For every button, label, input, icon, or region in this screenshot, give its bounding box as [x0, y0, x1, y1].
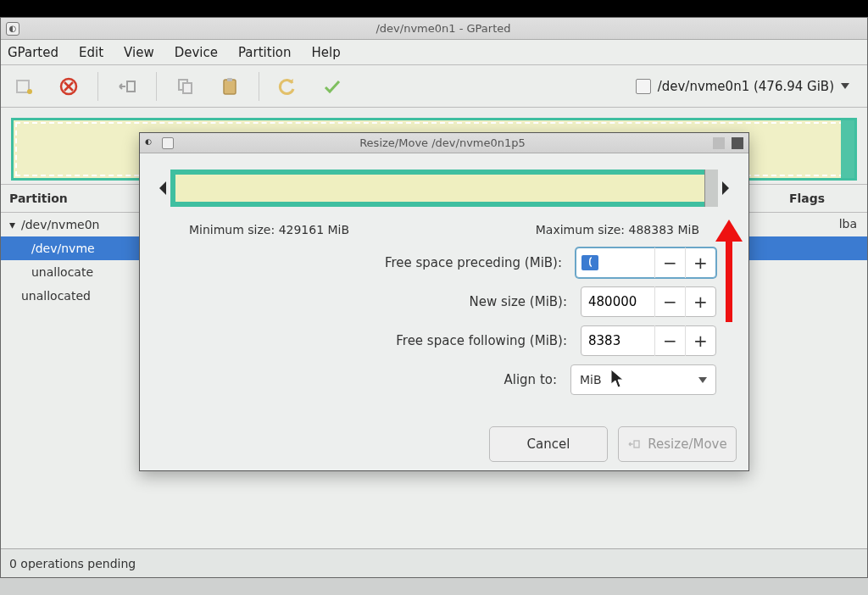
free-following-label: Free space following (MiB): [257, 333, 581, 348]
menu-device[interactable]: Device [175, 45, 218, 60]
svg-rect-8 [224, 80, 236, 94]
free-preceding-spinner[interactable]: − + [576, 247, 716, 278]
partition-name: /dev/nvme [21, 242, 95, 255]
dialog-title: Resize/Move /dev/nvme0n1p5 [179, 136, 706, 149]
dialog-titlebar[interactable]: ◐ Resize/Move /dev/nvme0n1p5 [140, 133, 748, 153]
increment-button[interactable]: + [685, 286, 715, 317]
system-menu-icon[interactable]: ◐ [6, 22, 19, 36]
new-partition-button[interactable] [9, 71, 40, 102]
flags-value: lba [839, 217, 857, 231]
partition-name: unallocate [21, 265, 93, 279]
align-to-combo[interactable]: MiB [570, 364, 716, 395]
resize-handle-left[interactable] [155, 181, 170, 196]
resize-move-button[interactable] [112, 71, 142, 102]
desktop-edge [0, 0, 868, 17]
svg-rect-5 [127, 81, 135, 92]
dialog-app-icon [162, 137, 174, 149]
new-size-label: New size (MiB): [257, 294, 581, 309]
toolbar: /dev/nvme0n1 (476.94 GiB) [1, 65, 867, 108]
increment-button[interactable]: + [685, 247, 715, 278]
resize-icon [627, 437, 641, 451]
svg-point-1 [27, 89, 32, 94]
free-preceding-label: Free space preceding (MiB): [257, 255, 576, 270]
system-menu-icon[interactable]: ◐ [145, 137, 157, 149]
swap-partition-block[interactable] [841, 120, 854, 178]
minimum-size-label: Minimum size: 429161 MiB [189, 223, 349, 236]
copy-button[interactable] [170, 71, 201, 102]
svg-rect-10 [634, 441, 639, 448]
resize-graph[interactable] [170, 170, 718, 207]
device-selector-label: /dev/nvme0n1 (476.94 GiB) [658, 79, 834, 94]
device-selector[interactable]: /dev/nvme0n1 (476.94 GiB) [626, 73, 859, 100]
status-text: 0 operations pending [9, 557, 136, 570]
free-following-spinner[interactable]: − + [581, 325, 716, 356]
tree-expander-icon[interactable]: ▾ [9, 218, 21, 231]
disk-icon [636, 79, 651, 94]
maximize-icon[interactable] [732, 137, 743, 149]
menu-help[interactable]: Help [312, 45, 341, 60]
main-titlebar[interactable]: ◐ /dev/nvme0n1 - GParted [1, 18, 867, 40]
decrement-button[interactable]: − [654, 247, 685, 278]
paste-button[interactable] [214, 71, 245, 102]
free-preceding-input[interactable] [581, 255, 598, 270]
align-to-label: Align to: [257, 372, 570, 387]
new-size-input[interactable] [581, 294, 654, 309]
minimize-icon[interactable] [713, 137, 725, 149]
free-following-input[interactable] [581, 333, 654, 348]
free-following-block[interactable] [704, 170, 718, 207]
menu-edit[interactable]: Edit [79, 45, 103, 60]
undo-button[interactable] [273, 71, 303, 102]
statusbar: 0 operations pending [1, 548, 867, 577]
menubar: GParted Edit View Device Partition Help [1, 40, 867, 65]
delete-partition-button[interactable] [53, 71, 84, 102]
cancel-button[interactable]: Cancel [489, 426, 608, 462]
chevron-down-icon [698, 377, 707, 383]
decrement-button[interactable]: − [654, 325, 685, 356]
align-to-value: MiB [580, 373, 602, 386]
resize-move-confirm-button[interactable]: Resize/Move [618, 426, 737, 462]
increment-button[interactable]: + [685, 325, 715, 356]
main-window-title: /dev/nvme0n1 - GParted [25, 22, 862, 35]
decrement-button[interactable]: − [654, 286, 685, 317]
chevron-down-icon [841, 83, 849, 89]
new-size-spinner[interactable]: − + [581, 286, 716, 317]
menu-view[interactable]: View [124, 45, 154, 60]
svg-rect-7 [183, 83, 192, 93]
maximum-size-label: Maximum size: 488383 MiB [536, 223, 699, 236]
resize-handle-right[interactable] [718, 181, 733, 196]
column-flags[interactable]: Flags [781, 185, 857, 212]
menu-gparted[interactable]: GParted [8, 45, 58, 60]
menu-partition[interactable]: Partition [238, 45, 292, 60]
partition-name: unallocated [21, 289, 91, 303]
resize-move-dialog: ◐ Resize/Move /dev/nvme0n1p5 Minimum siz… [139, 132, 749, 471]
svg-rect-0 [17, 81, 29, 92]
apply-button[interactable] [317, 71, 348, 102]
svg-rect-9 [227, 78, 232, 81]
partition-name: /dev/nvme0n [21, 218, 99, 231]
